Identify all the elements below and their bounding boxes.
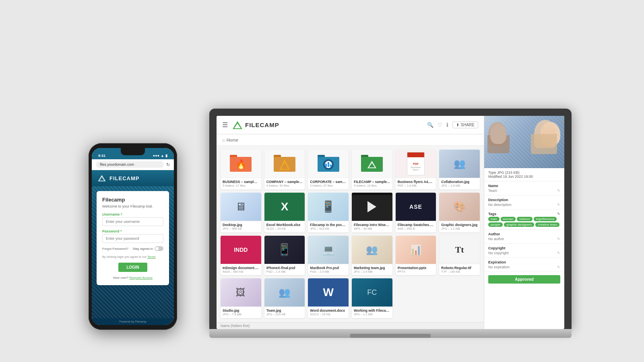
grid-item-pdf[interactable]: PDF Businessflyers Business flyers A4.pd… <box>396 150 436 189</box>
url-input[interactable]: files.yourdomain.com <box>96 161 164 168</box>
tag-indoors[interactable]: indoors <box>517 217 532 221</box>
expiration-value: No expiration ✎ <box>488 265 560 269</box>
grid-item-team[interactable]: 👥 Team.jpg JPG – 215 KB <box>264 278 305 318</box>
item-meta: JPG – 1.1 MB <box>354 313 390 316</box>
preview-image <box>484 116 564 168</box>
filecamp-app: ☰ FILECAMP 🔍 ♡ ℹ <box>217 116 484 329</box>
main-scene: ☰ FILECAMP 🔍 ♡ ℹ <box>40 8 604 354</box>
tag-graphic-designers[interactable]: graphic designers <box>504 222 534 227</box>
stay-signed-toggle[interactable] <box>155 246 163 251</box>
grid-item-font[interactable]: Tt Roboto-Regular.ttf TTF – 165 KB <box>439 236 480 276</box>
copyright-label: Copyright <box>488 246 560 250</box>
expiration-label: Expiration <box>488 260 560 264</box>
grid-item-corporate[interactable]: CORPORATE – sample folder 2 folders, 37 … <box>308 150 349 189</box>
tag-people[interactable]: people <box>488 222 503 227</box>
app-logo: FILECAMP <box>232 120 279 130</box>
request-access-link[interactable]: Request Access <box>130 276 153 280</box>
grid-item-pocket[interactable]: 📱 Filecamp in the pocket.jpg JPG – 813 K… <box>308 193 349 232</box>
laptop-bezel: ☰ FILECAMP 🔍 ♡ ℹ <box>209 109 572 329</box>
tags-edit-icon[interactable]: ✎ <box>557 212 560 216</box>
author-label: Author <box>488 232 560 236</box>
phone-outer: 9:41 ●●● ▲ ▮ files.yourdomain.com ↻ <box>89 143 177 330</box>
password-label: Password * <box>102 229 163 233</box>
phone-device: 9:41 ●●● ▲ ▮ files.yourdomain.com ↻ <box>89 143 177 330</box>
grid-item-word[interactable]: W Word document.docx DOCX – 25 KB <box>308 278 349 318</box>
signal-icon: ●●● <box>153 154 159 158</box>
tag-man[interactable]: man <box>488 217 500 221</box>
search-icon[interactable]: 🔍 <box>427 122 433 128</box>
author-section: Author No author ✎ <box>484 230 564 244</box>
grid-item-indd[interactable]: INDD InDesign document.indd INDD – 660 K… <box>221 236 261 276</box>
item-meta: JPG – 1.1 MB <box>441 227 478 230</box>
approved-button[interactable]: Approved <box>488 275 560 284</box>
phone-time: 9:41 <box>98 154 105 158</box>
share-icon: ⬆ <box>456 123 459 127</box>
expiration-edit-icon[interactable]: ✎ <box>557 265 560 269</box>
grid-item-working[interactable]: FC Working with Filecamp.jpg JPG – 1.1 M… <box>352 278 392 318</box>
info-icon[interactable]: ℹ <box>446 122 448 128</box>
grid-item-marketing[interactable]: 👥 Marketing team.jpg JPG – 2.9 MB <box>352 236 392 276</box>
grid-item-desktop[interactable]: 🖥 Desktop.jpg JPG – 586 KB <box>221 193 261 232</box>
item-meta: JPG – 586 KB <box>223 227 259 230</box>
phone-screen: 9:41 ●●● ▲ ▮ files.yourdomain.com ↻ <box>92 148 174 325</box>
grid-item-macbook[interactable]: 💻 MacBook Pro.psd PSD – 2.4 MB <box>308 236 349 276</box>
copyright-edit-icon[interactable]: ✎ <box>557 251 560 255</box>
item-meta: MP4 – 46 MB <box>354 227 390 230</box>
logo-text: FILECAMP <box>245 121 279 128</box>
terms-link[interactable]: Terms <box>147 255 155 259</box>
forgot-password-link[interactable]: Forgot Password? <box>102 247 128 251</box>
grid-item-company[interactable]: COMPANY – sample folder 4 folders, 50 fi… <box>264 150 305 189</box>
phone-logo-text: FILECAMP <box>109 175 139 181</box>
tag-creative-team[interactable]: creative team <box>535 222 559 227</box>
phone-url-bar: files.yourdomain.com ↻ <box>92 159 174 170</box>
grid-item-studio[interactable]: 🖼 Studio.jpg JPG – 7.8 MB <box>221 278 261 318</box>
name-section: Name Team ✎ <box>484 181 564 195</box>
name-edit-icon[interactable]: ✎ <box>557 189 560 193</box>
tag-woman[interactable]: woman <box>501 217 516 221</box>
refresh-icon[interactable]: ↻ <box>166 162 170 167</box>
item-name: Working with Filecamp.jpg <box>354 309 390 313</box>
username-input[interactable] <box>102 217 163 226</box>
item-name: Desktop.jpg <box>223 223 259 227</box>
grid-item-iphone[interactable]: 📱 iPhoneX-final.psd PSD – 1.4 MB <box>264 236 305 276</box>
grid-item-collaboration[interactable]: 👥 Collaboration.jpg JPG – 1.8 MB <box>439 150 480 189</box>
username-label: Username * <box>102 212 163 216</box>
description-section: Description No description ✎ <box>484 195 564 210</box>
logo-triangle-icon <box>232 120 243 130</box>
password-input[interactable] <box>102 234 163 243</box>
corporate-folder-icon <box>318 155 339 173</box>
item-name: Filecamp Swatches.ase <box>398 223 434 227</box>
item-meta: ASE – 650 B <box>398 227 434 230</box>
item-meta: XLSX – 23 KB <box>266 227 303 230</box>
share-button[interactable]: ⬆ SHARE <box>452 121 478 128</box>
item-name: MacBook Pro.psd <box>310 266 347 270</box>
item-meta: 5 folders, 17 files <box>223 184 259 187</box>
phone-status-icons: ●●● ▲ ▮ <box>153 154 167 158</box>
home-icon: ⌂ <box>222 138 225 142</box>
business-folder-icon: 🔥 <box>230 155 252 173</box>
item-meta: TTF – 165 KB <box>441 270 478 274</box>
tag-togethemess[interactable]: togethemess <box>534 217 557 221</box>
file-grid: 🔥 BUSINESS – sample folder 5 folders, 17… <box>217 146 484 322</box>
grid-item-excel[interactable]: X Excel Workbook.xlsx XLSX – 23 KB <box>264 193 305 232</box>
grid-item-ase[interactable]: ASE Filecamp Swatches.ase ASE – 650 B <box>396 193 436 232</box>
grid-item-filecamp-folder[interactable]: FILECAMP – sample folder 5 folders, 19 f… <box>352 150 392 189</box>
menu-icon[interactable]: ☰ <box>222 121 228 129</box>
login-button[interactable]: LOGIN <box>118 263 147 272</box>
grid-item-graphic[interactable]: 🎨 Graphic designers.jpg JPG – 1.1 MB <box>439 193 480 232</box>
grid-item-business[interactable]: 🔥 BUSINESS – sample folder 5 folders, 17… <box>221 150 261 189</box>
item-meta: PSD – 1.4 MB <box>266 270 303 274</box>
author-edit-icon[interactable]: ✎ <box>557 237 560 241</box>
item-name: BUSINESS – sample folder <box>223 180 259 184</box>
description-edit-icon[interactable]: ✎ <box>557 203 560 207</box>
close-panel-button[interactable]: × <box>559 118 562 124</box>
item-meta: DOCX – 25 KB <box>310 313 347 316</box>
grid-item-presentation[interactable]: 📊 Presentation.pptx PPTX <box>396 236 436 276</box>
description-label: Description <box>488 198 560 202</box>
item-name: COMPANY – sample folder <box>266 180 303 184</box>
grid-item-video[interactable]: Filecamp intro 90sec.mp4 MP4 – 46 MB <box>352 193 392 232</box>
item-meta: PDF – 1.8 MB <box>398 184 434 187</box>
copyright-section: Copyright No copyright ✎ <box>484 244 564 258</box>
heart-icon[interactable]: ♡ <box>438 122 442 128</box>
company-folder-icon <box>274 155 295 173</box>
